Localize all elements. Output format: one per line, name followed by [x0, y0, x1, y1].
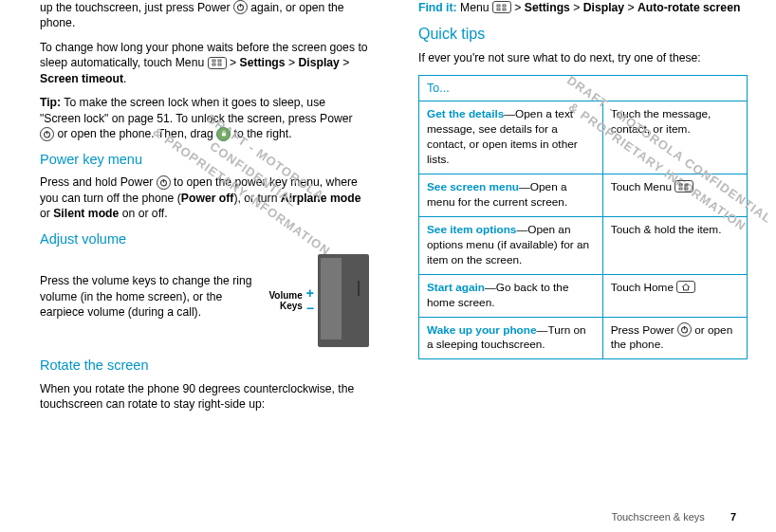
page-footer: Touchscreen & keys 7 [611, 511, 736, 523]
table-row: See item options—Open an options menu (i… [419, 216, 748, 274]
svg-rect-11 [497, 5, 500, 7]
menu-icon [492, 1, 511, 13]
power-icon [157, 175, 171, 190]
volume-keys-label: Volume Keys [268, 290, 302, 311]
phone-illustration [318, 254, 369, 347]
volume-figure: Press the volume keys to change the ring… [40, 254, 369, 347]
svg-rect-14 [503, 9, 506, 10]
tip-text: Tip: To make the screen lock when it goe… [40, 95, 369, 141]
table-row: Get the details—Open a text message, see… [419, 101, 748, 174]
svg-rect-2 [212, 60, 215, 62]
svg-rect-17 [679, 188, 682, 190]
left-column: up the touchscreen, just press Power aga… [40, 0, 369, 421]
svg-rect-12 [503, 5, 506, 7]
footer-section: Touchscreen & keys [611, 511, 704, 523]
body-text: Press and hold Power to open the power k… [40, 174, 369, 221]
svg-rect-13 [497, 9, 500, 10]
body-text: Press the volume keys to change the ring… [40, 273, 265, 320]
svg-rect-8 [222, 133, 226, 136]
svg-rect-18 [685, 188, 688, 190]
heading-power-key-menu: Power key menu [40, 151, 369, 170]
svg-rect-4 [212, 64, 215, 65]
home-icon [676, 281, 695, 293]
find-it-label: Find it: [418, 1, 457, 14]
plus-icon: + [306, 286, 314, 300]
tip-label: Tip: [40, 96, 61, 109]
quick-tips-table: To... Get the details—Open a text messag… [418, 75, 748, 360]
body-text: To change how long your phone waits befo… [40, 40, 369, 86]
menu-icon [208, 57, 227, 69]
table-row: See screen menu—Open a menu for the curr… [419, 174, 748, 217]
power-icon [40, 127, 54, 141]
minus-icon: − [306, 302, 314, 315]
find-it-line: Find it: Menu > Settings > Display > Aut… [418, 0, 748, 15]
volume-indicator: + − [306, 286, 314, 315]
svg-rect-16 [685, 184, 688, 186]
body-text: If ever you're not sure what to do next,… [418, 50, 748, 65]
body-text: When you rotate the phone 90 degrees cou… [40, 381, 369, 413]
page-number: 7 [730, 511, 736, 523]
heading-rotate-screen: Rotate the screen [40, 357, 369, 376]
table-row: Wake up your phone—Turn on a sleeping to… [419, 317, 748, 359]
body-text: up the touchscreen, just press Power aga… [40, 0, 369, 31]
svg-rect-5 [218, 64, 221, 65]
table-header: To... [419, 75, 748, 101]
lock-drag-icon [216, 127, 231, 141]
svg-rect-15 [679, 184, 682, 186]
menu-icon [674, 180, 693, 193]
table-row: Start again—Go back to the home screen. … [419, 274, 748, 317]
right-column: Find it: Menu > Settings > Display > Aut… [418, 0, 748, 421]
table-header-row: To... [419, 75, 748, 101]
power-icon [233, 0, 248, 14]
power-icon [677, 322, 692, 337]
svg-rect-3 [218, 60, 221, 62]
heading-adjust-volume: Adjust volume [40, 230, 369, 249]
heading-quick-tips: Quick tips [418, 24, 748, 45]
